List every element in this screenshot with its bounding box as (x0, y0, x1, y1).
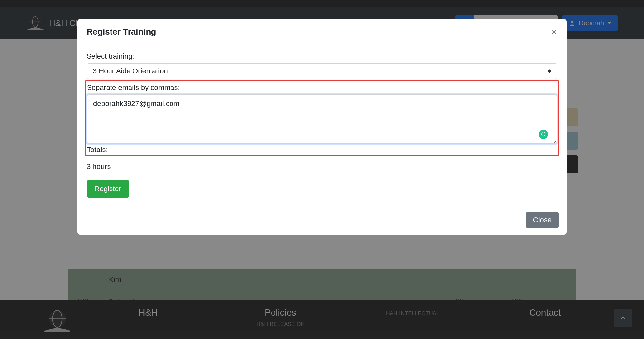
training-select[interactable]: 3 Hour Aide Orientation (87, 63, 557, 79)
close-icon: × (551, 26, 557, 38)
totals-label: Totals: (87, 146, 557, 154)
grammarly-icon[interactable] (539, 130, 548, 139)
modal-close-button[interactable]: × (551, 26, 557, 37)
annotation-highlight-box: Separate emails by commas: Totals: (85, 80, 559, 156)
training-select-value: 3 Hour Aide Orientation (93, 67, 168, 75)
select-caret-icon (548, 69, 551, 73)
select-training-label: Select training: (87, 52, 557, 61)
register-button[interactable]: Register (87, 180, 129, 198)
emails-textarea[interactable] (87, 94, 557, 144)
modal-title: Register Training (87, 27, 156, 37)
register-training-modal: Register Training × Select training: 3 H… (77, 19, 567, 235)
totals-value: 3 hours (87, 162, 557, 171)
emails-label: Separate emails by commas: (87, 83, 557, 92)
modal-footer-close-button[interactable]: Close (526, 212, 559, 228)
